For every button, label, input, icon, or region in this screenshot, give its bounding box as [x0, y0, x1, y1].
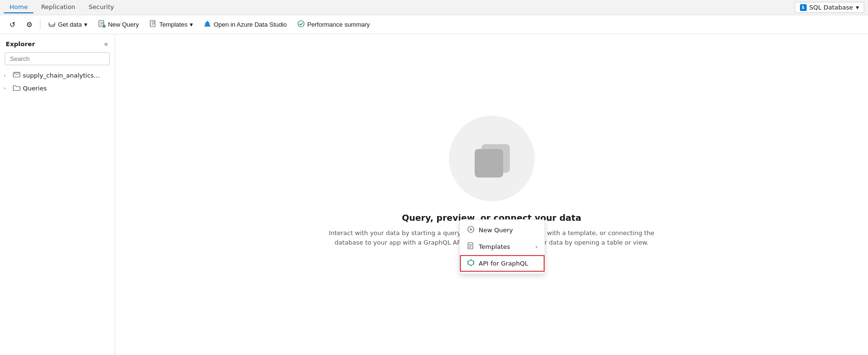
db-icon: S — [800, 4, 807, 11]
nav-tab-replication[interactable]: Replication — [35, 1, 81, 13]
toolbar-divider-1 — [40, 20, 40, 30]
open-azure-label: Open in Azure Data Studio — [214, 21, 287, 28]
performance-button[interactable]: Performance summary — [293, 18, 374, 31]
get-data-icon — [48, 20, 56, 29]
templates-chevron: ▾ — [190, 21, 193, 28]
db-tree-icon — [13, 71, 20, 80]
settings-button[interactable]: ⚙ — [21, 18, 37, 31]
db-selector-label: SQL Database — [809, 4, 853, 11]
db-selector[interactable]: S SQL Database ▾ — [795, 2, 864, 13]
get-data-label: Get data — [58, 21, 82, 28]
svg-point-8 — [14, 72, 19, 74]
menu-item-api-graphql-label: API for GraphQL — [479, 260, 528, 267]
settings-icon: ⚙ — [26, 20, 32, 29]
menu-item-new-query[interactable]: New Query — [460, 222, 545, 238]
new-query-menu-icon — [467, 226, 475, 235]
templates-label: Templates — [159, 21, 187, 28]
performance-label: Performance summary — [307, 21, 370, 28]
get-data-button[interactable]: Get data ▾ — [43, 18, 92, 31]
sidebar-item-db[interactable]: › supply_chain_analytics... — [0, 69, 115, 82]
new-query-icon — [98, 20, 106, 29]
svg-point-13 — [473, 261, 474, 262]
squares-graphic — [468, 135, 516, 182]
top-nav-bar: Home Replication Security S SQL Database… — [0, 0, 868, 15]
svg-point-12 — [470, 259, 471, 260]
performance-icon — [297, 20, 305, 29]
folder-icon — [13, 84, 20, 93]
refresh-icon: ↺ — [10, 20, 16, 29]
open-azure-button[interactable]: Open in Azure Data Studio — [199, 18, 292, 31]
get-data-chevron: ▾ — [84, 21, 88, 28]
templates-menu-icon — [467, 242, 475, 251]
nav-tab-security[interactable]: Security — [83, 1, 119, 13]
expand-arrow-db: › — [4, 73, 10, 78]
sidebar-header: Explorer « — [0, 34, 115, 52]
submenu-arrow-icon: › — [535, 243, 537, 250]
sidebar-title: Explorer — [6, 40, 35, 48]
empty-state-illustration — [449, 116, 535, 201]
db-tree-label: supply_chain_analytics... — [23, 72, 100, 79]
nav-tab-home[interactable]: Home — [4, 1, 33, 13]
svg-point-6 — [298, 21, 304, 27]
open-azure-icon — [204, 20, 211, 29]
main-content-area: Query, preview, or connect your data Int… — [115, 34, 868, 355]
templates-button[interactable]: Templates ▾ — [145, 18, 198, 31]
new-query-label: New Query — [108, 21, 139, 28]
collapse-sidebar-button[interactable]: « — [103, 39, 109, 49]
expand-arrow-queries: › — [4, 86, 10, 91]
menu-item-new-query-label: New Query — [479, 227, 513, 234]
menu-item-api-graphql[interactable]: API for GraphQL — [460, 255, 545, 272]
new-dropdown-menu: New Query Templates › — [459, 219, 545, 274]
toolbar: ↺ ⚙ Get data ▾ New Query — [0, 15, 868, 34]
main-layout: Explorer « › supply_chain_analytics... ›… — [0, 34, 868, 355]
menu-item-templates-label: Templates — [479, 243, 510, 250]
search-input[interactable] — [5, 52, 110, 65]
queries-tree-label: Queries — [23, 85, 47, 92]
svg-point-17 — [467, 261, 468, 262]
svg-point-15 — [470, 265, 471, 266]
chevron-down-icon: ▾ — [856, 4, 859, 11]
menu-item-templates[interactable]: Templates › — [460, 238, 545, 255]
svg-point-16 — [467, 263, 468, 264]
templates-icon — [149, 20, 157, 29]
refresh-button[interactable]: ↺ — [5, 18, 20, 31]
square-front — [475, 149, 503, 178]
api-graphql-icon — [467, 259, 475, 268]
svg-marker-11 — [468, 260, 474, 266]
new-query-button[interactable]: New Query — [93, 18, 144, 31]
svg-point-14 — [473, 263, 474, 264]
sidebar-item-queries[interactable]: › Queries — [0, 82, 115, 95]
sidebar: Explorer « › supply_chain_analytics... ›… — [0, 34, 115, 355]
